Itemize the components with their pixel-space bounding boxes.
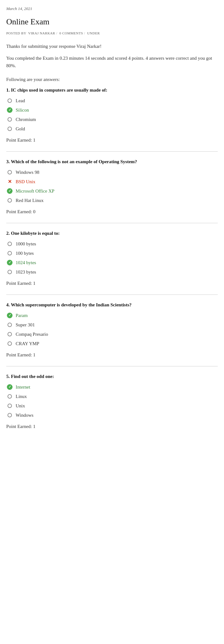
radio-icon bbox=[6, 240, 13, 247]
questions-list: 1. IC chips used in computers are usuall… bbox=[6, 86, 218, 430]
option-row: Super 301 bbox=[6, 321, 218, 329]
option-row: Gold bbox=[6, 125, 218, 133]
option-row: Compaq Presario bbox=[6, 330, 218, 338]
meta-info: POSTED BY VIRAJ NARKAR / 0 COMMENTS / UN… bbox=[6, 31, 218, 36]
radio-icon bbox=[6, 321, 13, 328]
radio-icon bbox=[6, 197, 13, 204]
option-label: 1024 bytes bbox=[16, 259, 36, 266]
option-row: Unix bbox=[6, 402, 218, 410]
option-row: Linux bbox=[6, 393, 218, 400]
point-earned: Point Earned: 1 bbox=[6, 351, 218, 359]
option-row: ✕BSD Unix bbox=[6, 178, 218, 185]
question-label: 5. Find out the odd one: bbox=[6, 373, 218, 380]
divider bbox=[6, 223, 218, 223]
option-label: Internet bbox=[16, 383, 30, 391]
point-earned: Point Earned: 1 bbox=[6, 279, 218, 287]
option-label: 1000 bytes bbox=[16, 240, 36, 248]
correct-icon: ✓ bbox=[6, 188, 13, 194]
point-earned: Point Earned: 1 bbox=[6, 136, 218, 144]
question-label: 4. Which supercomputer is developed by t… bbox=[6, 301, 218, 309]
option-row: 100 bytes bbox=[6, 249, 218, 257]
radio-icon bbox=[6, 340, 13, 347]
option-label: Compaq Presario bbox=[16, 330, 48, 338]
radio-icon bbox=[6, 169, 13, 176]
radio-icon bbox=[6, 269, 13, 275]
under-label: UNDER bbox=[87, 31, 100, 35]
divider bbox=[6, 294, 218, 295]
posted-by-label: POSTED BY bbox=[6, 31, 26, 35]
option-label: Red Hat Linux bbox=[16, 197, 43, 204]
option-row: Lead bbox=[6, 97, 218, 104]
radio-icon bbox=[6, 125, 13, 132]
option-label: Linux bbox=[16, 393, 27, 400]
option-label: Unix bbox=[16, 402, 25, 410]
question-block: 5. Find out the odd one:✓InternetLinuxUn… bbox=[6, 373, 218, 430]
radio-icon bbox=[6, 402, 13, 409]
radio-icon bbox=[6, 412, 13, 419]
option-label: Windows bbox=[16, 411, 33, 419]
option-row: ✓Silicon bbox=[6, 106, 218, 114]
answers-header: Following are your answers: bbox=[6, 76, 218, 83]
question-block: 3. Which of the following is not an exam… bbox=[6, 158, 218, 215]
correct-icon: ✓ bbox=[6, 384, 13, 390]
option-row: ✓Internet bbox=[6, 383, 218, 391]
question-block: 1. IC chips used in computers are usuall… bbox=[6, 86, 218, 144]
date: March 14, 2021 bbox=[6, 6, 218, 12]
wrong-icon: ✕ bbox=[6, 178, 13, 185]
option-row: ✓Param bbox=[6, 312, 218, 319]
question-label: 1. IC chips used in computers are usuall… bbox=[6, 86, 218, 94]
option-row: 1000 bytes bbox=[6, 240, 218, 248]
point-earned: Point Earned: 1 bbox=[6, 423, 218, 430]
option-label: 1023 bytes bbox=[16, 268, 36, 276]
option-label: Super 301 bbox=[16, 321, 35, 329]
option-label: Lead bbox=[16, 97, 25, 104]
option-row: Chromium bbox=[6, 116, 218, 123]
author-name: VIRAJ NARKAR bbox=[28, 31, 55, 35]
option-row: ✓Microsoft Office XP bbox=[6, 187, 218, 195]
radio-icon bbox=[6, 393, 13, 400]
question-label: 2. One kilobyte is equal to: bbox=[6, 229, 218, 237]
option-label: CRAY YMP bbox=[16, 340, 39, 347]
option-label: Param bbox=[16, 312, 28, 319]
option-label: Gold bbox=[16, 125, 25, 133]
correct-icon: ✓ bbox=[6, 312, 13, 319]
radio-icon bbox=[6, 250, 13, 257]
option-row: Windows bbox=[6, 411, 218, 419]
question-label: 3. Which of the following is not an exam… bbox=[6, 158, 218, 165]
option-label: Microsoft Office XP bbox=[16, 187, 54, 195]
intro-text: Thanks for submitting your response Vira… bbox=[6, 43, 218, 50]
option-row: CRAY YMP bbox=[6, 340, 218, 347]
option-row: Red Hat Linux bbox=[6, 197, 218, 204]
option-label: Silicon bbox=[16, 106, 29, 114]
question-block: 2. One kilobyte is equal to:1000 bytes10… bbox=[6, 229, 218, 287]
page-title: Online Exam bbox=[6, 15, 218, 28]
option-label: Windows 98 bbox=[16, 169, 39, 176]
option-row: ✓1024 bytes bbox=[6, 259, 218, 266]
point-earned: Point Earned: 0 bbox=[6, 208, 218, 215]
option-label: 100 bytes bbox=[16, 249, 34, 257]
radio-icon bbox=[6, 331, 13, 338]
option-label: Chromium bbox=[16, 116, 36, 123]
divider bbox=[6, 151, 218, 152]
option-label: BSD Unix bbox=[16, 178, 35, 185]
question-block: 4. Which supercomputer is developed by t… bbox=[6, 301, 218, 359]
radio-icon bbox=[6, 116, 13, 123]
score-text: You completed the Exam in 0.23 minutes 1… bbox=[6, 54, 218, 69]
option-row: 1023 bytes bbox=[6, 268, 218, 276]
comments-count: 0 COMMENTS bbox=[59, 31, 83, 35]
correct-icon: ✓ bbox=[6, 107, 13, 113]
option-row: Windows 98 bbox=[6, 169, 218, 176]
radio-icon bbox=[6, 97, 13, 104]
divider bbox=[6, 366, 218, 366]
correct-icon: ✓ bbox=[6, 259, 13, 266]
